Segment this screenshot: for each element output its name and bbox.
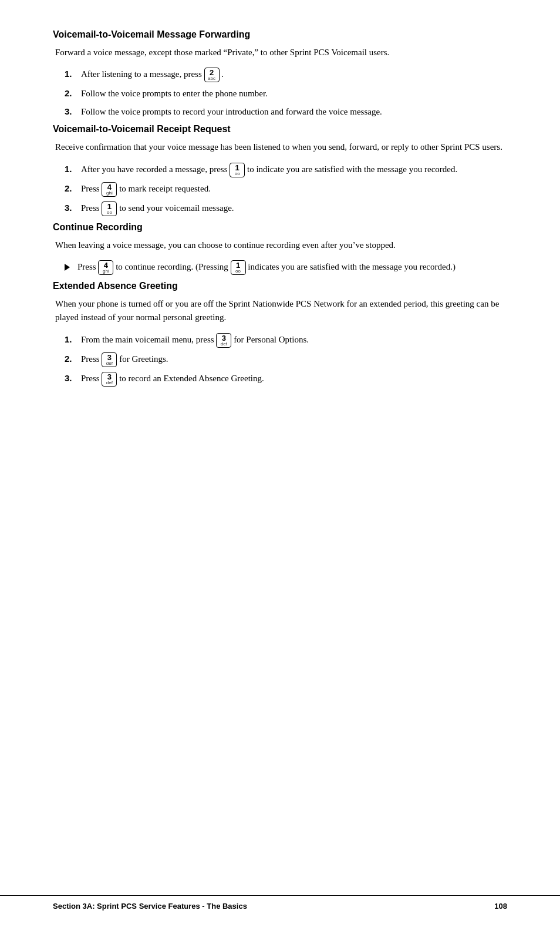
list-item: 2. Press 3def for Greetings. [53,352,507,367]
triangle-bullet-icon [65,260,77,275]
list-num: 1. [65,68,81,82]
list-item: 3. Press 1oo to send your voicemail mess… [53,201,507,216]
list-item: 2. Press 4ghi to mark receipt requested. [53,182,507,197]
list-receipt: 1. After you have recorded a message, pr… [53,163,507,216]
list-item: 1. After listening to a message, press 2… [53,68,507,82]
list-content: After you have recorded a message, press… [81,163,457,177]
list-num: 3. [65,372,81,387]
list-item: 3. Press 3def to record an Extended Abse… [53,372,507,387]
list-content: Press 1oo to send your voicemail message… [81,201,234,216]
section-extended-absence: Extended Absence Greeting When your phon… [53,281,507,387]
section-voicemail-receipt: Voicemail-to-Voicemail Receipt Request R… [53,124,507,216]
page-footer: Section 3A: Sprint PCS Service Features … [0,895,560,911]
key-1oo-c: 1oo [231,260,246,275]
key-3def-b: 3def [102,352,117,367]
list-content: Follow the voice prompts to record your … [81,105,382,119]
page-content: Voicemail-to-Voicemail Message Forwardin… [0,0,560,451]
section-title-continue: Continue Recording [53,222,507,233]
section-voicemail-forwarding: Voicemail-to-Voicemail Message Forwardin… [53,29,507,118]
list-continue: Press 4ghi to continue recording. (Press… [53,260,507,275]
section-title-absence: Extended Absence Greeting [53,281,507,291]
list-num: 3. [65,105,81,119]
list-content: Press 3def to record an Extended Absence… [81,372,264,387]
key-3def-c: 3def [102,372,117,387]
list-content: Press 4ghi to mark receipt requested. [81,182,211,197]
list-item: Press 4ghi to continue recording. (Press… [65,260,507,275]
list-num: 2. [65,182,81,197]
list-absence: 1. From the main voicemail menu, press 3… [53,333,507,387]
list-num: 3. [65,201,81,216]
section-continue-recording: Continue Recording When leaving a voice … [53,222,507,275]
list-num: 2. [65,87,81,100]
list-item: 1. After you have recorded a message, pr… [53,163,507,177]
section-title-forwarding: Voicemail-to-Voicemail Message Forwardin… [53,29,507,40]
key-3def-a: 3def [216,333,231,348]
key-2abc: 2abc [204,68,220,82]
list-content: From the main voicemail menu, press 3def… [81,333,309,348]
key-4ghi-a: 4ghi [102,182,117,197]
section-intro-absence: When your phone is turned off or you are… [53,297,507,325]
list-num: 1. [65,163,81,177]
list-content: Press 4ghi to continue recording. (Press… [77,260,456,275]
section-title-receipt: Voicemail-to-Voicemail Receipt Request [53,124,507,135]
footer-section-label: Section 3A: Sprint PCS Service Features … [53,902,247,911]
section-intro-forwarding: Forward a voice message, except those ma… [53,46,507,59]
section-intro-receipt: Receive confirmation that your voice mes… [53,140,507,154]
list-content: Press 3def for Greetings. [81,352,168,367]
list-num: 2. [65,352,81,367]
list-content: Follow the voice prompts to enter the ph… [81,87,268,100]
list-item: 3. Follow the voice prompts to record yo… [53,105,507,119]
key-1oo-b: 1oo [102,201,117,216]
list-item: 1. From the main voicemail menu, press 3… [53,333,507,348]
list-forwarding: 1. After listening to a message, press 2… [53,68,507,118]
section-intro-continue: When leaving a voice message, you can ch… [53,238,507,252]
footer-page-number: 108 [494,902,507,911]
list-content: After listening to a message, press 2abc… [81,68,224,82]
key-1oo-a: 1oo [230,163,245,177]
list-item: 2. Follow the voice prompts to enter the… [53,87,507,100]
list-num: 1. [65,333,81,348]
key-4ghi-b: 4ghi [98,260,113,275]
